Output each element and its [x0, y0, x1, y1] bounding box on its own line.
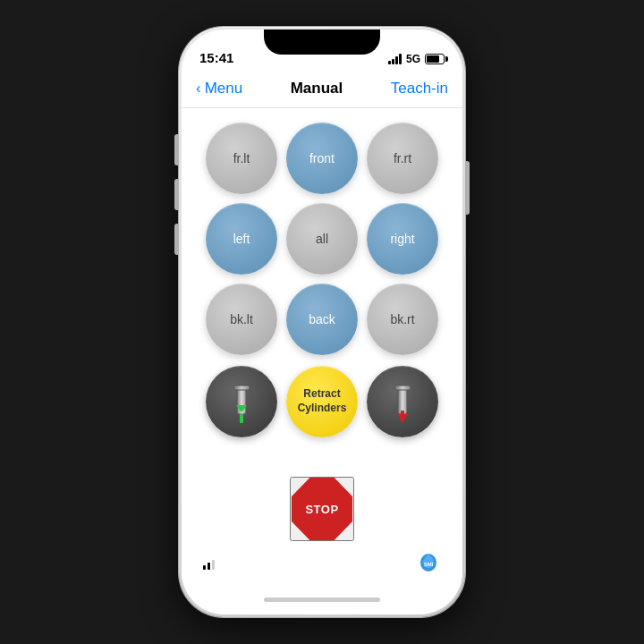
svg-marker-7	[397, 414, 408, 423]
extend-button[interactable]	[206, 366, 277, 437]
home-bar	[264, 597, 380, 602]
status-icons: 5G	[388, 53, 445, 65]
direction-grid: fr.lt front fr.rt left all right	[206, 123, 438, 355]
bottom-area: STOP SMI	[192, 445, 452, 573]
svg-rect-5	[394, 386, 411, 390]
status-bar: 15:41 5G	[182, 30, 462, 69]
all-button[interactable]: all	[286, 203, 358, 275]
lower-button[interactable]	[367, 366, 438, 437]
action-row: RetractCylinders	[206, 366, 438, 437]
svg-rect-4	[398, 387, 407, 414]
fr-lt-button[interactable]: fr.lt	[206, 123, 277, 194]
main-content: fr.lt front fr.rt left all right	[182, 108, 462, 584]
fr-rt-button[interactable]: fr.rt	[367, 123, 438, 194]
bk-lt-button[interactable]: bk.lt	[206, 284, 277, 355]
network-type: 5G	[406, 53, 420, 65]
svg-text:SMI: SMI	[424, 562, 434, 567]
signal-icon	[388, 54, 402, 64]
retract-cylinders-label: RetractCylinders	[298, 387, 347, 415]
back-button[interactable]: ‹ Menu	[196, 80, 242, 97]
phone-screen: 15:41 5G ‹ Menu Manual Teach-in	[182, 30, 462, 614]
notch	[264, 30, 380, 55]
retract-cylinders-button[interactable]: RetractCylinders	[286, 366, 358, 437]
lower-icon	[383, 378, 422, 425]
stop-label: STOP	[305, 503, 338, 516]
bk-rt-button[interactable]: bk.rt	[367, 284, 438, 355]
svg-rect-1	[233, 386, 250, 390]
home-indicator	[182, 584, 462, 614]
left-button[interactable]: left	[206, 203, 277, 275]
stop-button[interactable]: STOP	[290, 477, 354, 541]
status-time: 15:41	[199, 50, 233, 65]
stop-octagon: STOP	[292, 478, 352, 540]
battery-icon	[425, 54, 445, 64]
teach-in-button[interactable]: Teach-in	[391, 80, 448, 97]
bottom-signal-icon	[203, 560, 215, 570]
right-button[interactable]: right	[367, 203, 438, 275]
page-title: Manual	[291, 80, 343, 97]
svg-rect-3	[240, 414, 243, 423]
back-button[interactable]: back	[286, 284, 358, 355]
back-label: Menu	[205, 80, 243, 97]
water-icon: SMI	[416, 548, 441, 573]
extend-icon	[222, 378, 261, 425]
nav-bar: ‹ Menu Manual Teach-in	[182, 69, 462, 108]
phone-frame: 15:41 5G ‹ Menu Manual Teach-in	[179, 27, 465, 617]
front-button[interactable]: front	[286, 123, 358, 194]
back-chevron-icon: ‹	[196, 80, 201, 97]
